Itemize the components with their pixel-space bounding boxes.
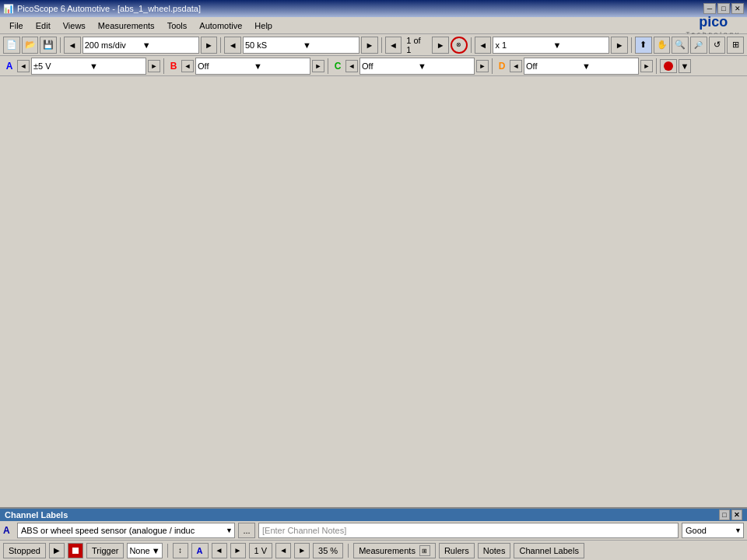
zoom-out-tool[interactable]: 🔎 <box>690 37 707 54</box>
menu-edit[interactable]: Edit <box>30 19 57 32</box>
titlebar: 📊 PicoScope 6 Automotive - [abs_1_wheel.… <box>0 0 747 17</box>
channel-a-range[interactable]: ±5 V ▼ <box>31 58 146 75</box>
new-button[interactable]: 📄 <box>3 37 20 54</box>
page-indicator: 1 of 1 <box>403 36 430 54</box>
channel-d-range[interactable]: Off ▼ <box>524 58 639 75</box>
record-dropdown[interactable]: ▼ <box>679 59 691 73</box>
channel-c-range[interactable]: Off ▼ <box>359 58 475 75</box>
menubar: File Edit Views Measurements Tools Autom… <box>0 17 747 34</box>
measurements-button[interactable]: Measurements ⊞ <box>353 543 436 558</box>
page-left[interactable]: ◄ <box>385 37 402 54</box>
channel-labels-bar: Channel Labels □ ✕ A ABS or wheel speed … <box>0 507 747 540</box>
app: 📊 PicoScope 6 Automotive - [abs_1_wheel.… <box>0 0 747 560</box>
channel-labels-minimize[interactable]: □ <box>719 509 730 520</box>
titlebar-left: 📊 PicoScope 6 Automotive - [abs_1_wheel.… <box>3 4 201 14</box>
channel-c-range-arrow: ▼ <box>418 61 472 71</box>
status-sep2 <box>348 544 349 558</box>
page-right[interactable]: ► <box>432 37 449 54</box>
nav-right-button[interactable]: ► <box>230 543 246 558</box>
channel-c-right[interactable]: ► <box>476 60 489 72</box>
channel-b-range[interactable]: Off ▼ <box>195 58 310 75</box>
scope-wrapper: V x1.0 s <box>0 76 747 507</box>
channel-c-left[interactable]: ◄ <box>345 60 358 72</box>
maximize-button[interactable]: □ <box>717 3 730 14</box>
minimize-button[interactable]: ─ <box>703 3 716 14</box>
hand-tool[interactable]: ✋ <box>654 37 671 54</box>
ch-sep2 <box>328 58 328 74</box>
play-button[interactable]: ▶ <box>49 543 65 558</box>
menu-measurements[interactable]: Measurements <box>92 19 161 32</box>
channel-name-arrow: ▼ <box>224 527 234 534</box>
zoom-left[interactable]: ◄ <box>475 37 492 54</box>
channel-a-right[interactable]: ► <box>148 60 160 72</box>
menu-automotive[interactable]: Automotive <box>193 19 248 32</box>
zoom-arrow: ▼ <box>552 40 607 50</box>
channel-labels-window-controls[interactable]: □ ✕ <box>719 509 742 520</box>
channel-b-right[interactable]: ► <box>312 60 324 72</box>
open-button[interactable]: 📂 <box>22 37 39 54</box>
channel-notes-text: [Enter Channel Notes] <box>262 526 346 535</box>
channel-a-left[interactable]: ◄ <box>17 60 30 72</box>
close-button[interactable]: ✕ <box>731 3 744 14</box>
channel-name-dropdown[interactable]: ABS or wheel speed sensor (analogue / in… <box>17 523 235 538</box>
nav2-left-button[interactable]: ◄ <box>275 543 291 558</box>
channel-labels-title-text: Channel Labels <box>5 510 68 520</box>
record-button[interactable] <box>660 59 677 73</box>
channel-d-label: D <box>496 60 508 72</box>
rulers-text: Rulers <box>444 546 469 555</box>
updown-button[interactable]: ↕ <box>173 543 188 558</box>
channel-name-text: ABS or wheel speed sensor (analogue / in… <box>18 526 198 535</box>
nav2-right-button[interactable]: ► <box>294 543 310 558</box>
timebase-left[interactable]: ◄ <box>64 37 81 54</box>
toolbar-sep5 <box>631 37 632 53</box>
rotate-cw-tool[interactable]: ↺ <box>709 37 726 54</box>
zoom-in-tool[interactable]: 🔍 <box>672 37 689 54</box>
menu-help[interactable]: Help <box>248 19 279 32</box>
notes-button[interactable]: Notes <box>478 543 511 558</box>
titlebar-controls[interactable]: ─ □ ✕ <box>703 3 744 14</box>
quality-arrow: ▼ <box>733 527 743 534</box>
samples-left[interactable]: ◄ <box>224 37 241 54</box>
timebase-dropdown[interactable]: 200 ms/div ▼ <box>82 37 199 54</box>
nav-left-button[interactable]: ◄ <box>212 543 227 558</box>
menu-views[interactable]: Views <box>57 19 92 32</box>
samples-right[interactable]: ► <box>361 37 378 54</box>
none-text: None <box>129 546 149 555</box>
rulers-button[interactable]: Rulers <box>439 543 475 558</box>
toolbar2: A ◄ ±5 V ▼ ► B ◄ Off ▼ ► C ◄ Off ▼ ► D ◄… <box>0 56 747 76</box>
channel-notes-input[interactable]: [Enter Channel Notes] <box>258 523 679 538</box>
trigger-channel-btn[interactable]: A <box>191 543 209 558</box>
quality-dropdown[interactable]: Good ▼ <box>682 523 744 538</box>
custom-tool[interactable]: ⊞ <box>727 37 744 54</box>
trigger-button[interactable]: Trigger <box>86 543 124 558</box>
channel-d-left[interactable]: ◄ <box>510 60 522 72</box>
zoom-dropdown[interactable]: x 1 ▼ <box>493 37 609 54</box>
menu-tools[interactable]: Tools <box>161 19 194 32</box>
menu-file[interactable]: File <box>3 19 30 32</box>
none-dropdown[interactable]: None ▼ <box>127 543 162 558</box>
stop-circle-button[interactable]: ⊗ <box>451 37 468 54</box>
save-button[interactable]: 💾 <box>40 37 57 54</box>
channel-a-label: A <box>3 60 16 72</box>
channel-d-right[interactable]: ► <box>640 60 653 72</box>
percent-button[interactable]: 35 % <box>313 543 343 558</box>
zoom-right[interactable]: ► <box>611 37 628 54</box>
channel-labels-button[interactable]: Channel Labels <box>514 543 584 558</box>
app-icon: 📊 <box>3 4 14 14</box>
channel-b-left[interactable]: ◄ <box>181 60 194 72</box>
timebase-arrow: ▼ <box>142 40 197 50</box>
channel-name-extra-button[interactable]: ... <box>238 523 255 538</box>
statusbar: Stopped ▶ Trigger None ▼ ↕ A ◄ ► 1 V <box>0 540 747 560</box>
trigger-channel-label: A <box>197 546 203 555</box>
quality-text: Good <box>682 526 710 535</box>
volt-button[interactable]: 1 V <box>249 543 273 558</box>
channel-labels-close[interactable]: ✕ <box>731 509 742 520</box>
ch-sep1 <box>163 58 164 74</box>
cursor-tool[interactable]: ⬆ <box>635 37 652 54</box>
channel-b-label: B <box>167 60 180 72</box>
timebase-right[interactable]: ► <box>201 37 218 54</box>
toolbar-sep3 <box>381 37 382 53</box>
channel-d-range-arrow: ▼ <box>582 61 637 71</box>
stop-button[interactable] <box>68 543 83 558</box>
samples-dropdown[interactable]: 50 kS ▼ <box>243 37 359 54</box>
